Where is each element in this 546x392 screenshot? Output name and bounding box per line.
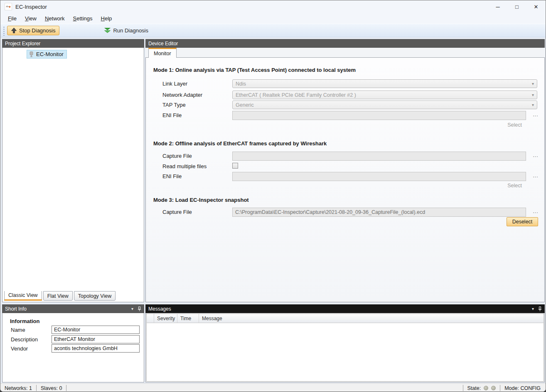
messages-blank-column xyxy=(147,314,154,323)
short-info-header: Short Info ▾ xyxy=(2,304,144,313)
mode2-eni-file-input[interactable] xyxy=(232,172,526,181)
stop-diagnosis-button[interactable]: Stop Diagnosis xyxy=(7,26,59,35)
tab-flat-view[interactable]: Flat View xyxy=(43,291,73,301)
pin-icon[interactable] xyxy=(138,306,141,311)
tab-flat-view-label: Flat View xyxy=(47,293,69,299)
device-editor-title: Device Editor xyxy=(148,41,178,47)
mode2-eni-browse-button[interactable]: ... xyxy=(531,173,541,179)
messages-panel: Messages ▾ Severity Time Message xyxy=(145,304,545,382)
status-separator xyxy=(66,385,66,391)
link-layer-label: Link Layer xyxy=(162,81,187,87)
messages-body: Severity Time Message xyxy=(145,313,545,382)
tab-classic-view-label: Classic View xyxy=(8,292,38,298)
link-layer-value: Ndis xyxy=(236,81,246,87)
state-led-icon xyxy=(491,386,496,390)
run-diagnosis-label: Run Diagnosis xyxy=(113,27,148,34)
title-bar: EC-Inspector ─ □ ✕ xyxy=(0,0,546,13)
mode3-capture-file-input[interactable] xyxy=(232,208,526,217)
tab-monitor[interactable]: Monitor xyxy=(148,48,177,58)
project-explorer-panel: Project Explorer EC-Monitor Classic View… xyxy=(2,39,144,302)
maximize-button[interactable]: □ xyxy=(507,0,526,13)
messages-severity-column[interactable]: Severity xyxy=(154,314,177,323)
app-window: EC-Inspector ─ □ ✕ File View Network Set… xyxy=(0,0,546,392)
information-heading: Information xyxy=(10,318,40,324)
tree-item-label: EC-Monitor xyxy=(36,51,64,57)
view-tab-strip: Classic View Flat View Topology View xyxy=(2,291,144,302)
state-indicator: State: xyxy=(463,385,500,391)
mode2-capture-browse-button[interactable]: ... xyxy=(531,152,541,158)
mode1-select-link[interactable]: Select xyxy=(507,122,522,128)
mode3-capture-file-label: Capture File xyxy=(162,209,192,215)
run-diagnosis-button[interactable]: Run Diagnosis xyxy=(104,27,148,34)
project-explorer-header: Project Explorer xyxy=(2,39,144,48)
mode1-eni-browse-button[interactable]: ... xyxy=(531,112,541,118)
run-arrows-down-icon xyxy=(104,28,111,33)
app-icon xyxy=(5,3,12,10)
short-info-title: Short Info xyxy=(5,306,27,312)
deselect-label: Deselect xyxy=(512,219,533,225)
network-adapter-select[interactable]: EtherCAT ( Realtek PCIe GbE Family Contr… xyxy=(232,91,537,99)
link-layer-select[interactable]: Ndis ▾ xyxy=(232,79,537,88)
messages-time-column[interactable]: Time xyxy=(177,314,199,323)
menu-help[interactable]: Help xyxy=(97,14,116,23)
window-title: EC-Inspector xyxy=(15,4,47,10)
menu-file[interactable]: File xyxy=(4,14,21,23)
menu-settings[interactable]: Settings xyxy=(69,14,97,23)
name-label: Name xyxy=(11,327,25,333)
mode2-capture-file-input[interactable] xyxy=(232,152,526,161)
messages-message-column[interactable]: Message xyxy=(199,314,544,323)
project-explorer-title: Project Explorer xyxy=(5,41,40,47)
close-button[interactable]: ✕ xyxy=(526,0,546,13)
monitor-tab-content: Mode 1: Online analysis via TAP (Test Ac… xyxy=(145,57,545,302)
menu-bar: File View Network Settings Help xyxy=(0,13,546,24)
mode3-capture-browse-button[interactable]: ... xyxy=(531,208,541,214)
stop-arrow-up-icon xyxy=(11,28,17,33)
stop-diagnosis-label: Stop Diagnosis xyxy=(19,27,55,34)
mode1-eni-file-input[interactable] xyxy=(232,111,526,120)
toolbar: Stop Diagnosis Run Diagnosis xyxy=(0,24,546,37)
device-editor-header: Device Editor xyxy=(145,39,545,48)
vertical-splitter[interactable] xyxy=(144,39,145,302)
vendor-field[interactable] xyxy=(52,344,140,353)
status-bar: Networks: 1 Slaves: 0 State: Mode: CONFI… xyxy=(0,383,546,392)
minimize-button[interactable]: ─ xyxy=(488,0,507,13)
slaves-count: Slaves: 0 xyxy=(37,385,66,391)
read-multiple-files-checkbox[interactable] xyxy=(232,163,238,169)
chevron-down-icon: ▾ xyxy=(532,81,534,86)
mode1-eni-file-label: ENI File xyxy=(162,112,182,118)
tab-monitor-label: Monitor xyxy=(154,51,171,56)
short-info-panel: Short Info ▾ Information Name Descriptio… xyxy=(2,304,144,382)
tree-item-ec-monitor[interactable]: EC-Monitor xyxy=(27,50,67,59)
mode2-capture-file-label: Capture File xyxy=(162,153,192,159)
monitor-device-icon xyxy=(29,51,34,57)
panel-menu-chevron-icon[interactable]: ▾ xyxy=(532,307,534,311)
messages-title: Messages xyxy=(148,306,171,312)
deselect-button[interactable]: Deselect xyxy=(507,217,538,226)
tab-classic-view[interactable]: Classic View xyxy=(4,291,42,301)
description-field[interactable] xyxy=(52,335,140,343)
name-field[interactable] xyxy=(52,326,140,334)
menu-view[interactable]: View xyxy=(21,14,41,23)
description-label: Description xyxy=(11,336,38,343)
panel-menu-chevron-icon[interactable]: ▾ xyxy=(131,307,133,311)
toolbar-grip[interactable] xyxy=(2,26,5,36)
project-explorer-tree: EC-Monitor Classic View Flat View Topolo… xyxy=(2,48,144,302)
mode2-heading: Mode 2: Offline analysis of EtherCAT fra… xyxy=(153,140,327,147)
menu-network[interactable]: Network xyxy=(41,14,69,23)
vendor-label: Vendor xyxy=(11,345,28,352)
state-label: State: xyxy=(467,385,481,391)
messages-header: Messages ▾ xyxy=(145,304,545,313)
tab-topology-view[interactable]: Topology View xyxy=(74,291,116,301)
tap-type-select[interactable]: Generic ▾ xyxy=(232,100,537,109)
mode2-select-link[interactable]: Select xyxy=(507,183,522,189)
device-editor-panel: Device Editor Monitor Mode 1: Online ana… xyxy=(145,39,545,302)
pin-icon[interactable] xyxy=(538,306,542,311)
networks-count: Networks: 1 xyxy=(0,385,36,391)
state-led-icon xyxy=(484,386,488,390)
short-info-body: Information Name Description Vendor xyxy=(2,313,144,382)
chevron-down-icon: ▾ xyxy=(532,93,534,97)
tap-type-value: Generic xyxy=(236,102,254,108)
tap-type-label: TAP Type xyxy=(162,102,186,108)
chevron-down-icon: ▾ xyxy=(532,103,534,107)
mode1-heading: Mode 1: Online analysis via TAP (Test Ac… xyxy=(153,67,356,73)
